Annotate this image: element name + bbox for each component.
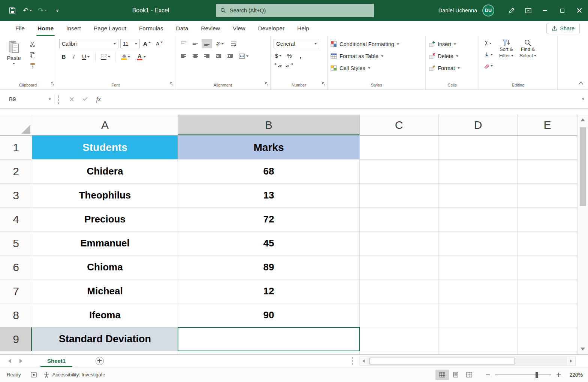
cell-C9[interactable]: [360, 327, 438, 351]
format-as-table-button[interactable]: Format as Table: [331, 51, 422, 61]
expand-formula-bar-button[interactable]: [582, 98, 584, 100]
cell-D7[interactable]: [438, 279, 518, 303]
number-dialog-launcher[interactable]: [322, 81, 326, 87]
cell-styles-button[interactable]: Cell Styles: [331, 63, 422, 73]
zoom-level[interactable]: 220%: [561, 372, 583, 378]
tab-file[interactable]: File: [9, 21, 31, 36]
cell-B2[interactable]: 68: [178, 160, 360, 184]
number-format-combo[interactable]: General: [274, 39, 319, 48]
cell-D6[interactable]: [438, 255, 518, 279]
align-center-button[interactable]: [190, 51, 200, 61]
scroll-left-button[interactable]: [359, 357, 368, 366]
cell-B4[interactable]: 72: [178, 207, 360, 231]
comma-style-button[interactable]: ,: [296, 51, 305, 60]
new-sheet-button[interactable]: [96, 357, 104, 365]
horizontal-scrollbar[interactable]: [359, 357, 576, 366]
increase-font-size-button[interactable]: A: [142, 39, 152, 48]
tab-data[interactable]: Data: [169, 21, 195, 36]
scroll-up-button[interactable]: [578, 115, 588, 125]
cell-D2[interactable]: [438, 160, 518, 184]
cell-E8[interactable]: [518, 303, 577, 327]
cell-C3[interactable]: [360, 184, 438, 207]
middle-align-button[interactable]: [190, 39, 200, 48]
customize-quick-access-button[interactable]: [51, 4, 64, 17]
save-button[interactable]: [6, 4, 19, 17]
search-box[interactable]: [216, 4, 374, 17]
formula-bar-grip[interactable]: [58, 95, 61, 104]
row-header-2[interactable]: 2: [0, 160, 32, 184]
cancel-entry-button[interactable]: [65, 94, 78, 105]
cell-E9[interactable]: [518, 327, 577, 351]
row-header-4[interactable]: 4: [0, 207, 32, 231]
vertical-scroll-thumb[interactable]: [580, 127, 586, 206]
minimize-button[interactable]: [536, 0, 554, 21]
cell-A4[interactable]: Precious: [32, 207, 178, 231]
clear-button[interactable]: [482, 61, 495, 70]
share-button[interactable]: Share: [546, 23, 580, 34]
cell-E7[interactable]: [518, 279, 577, 303]
font-size-combo[interactable]: 11: [120, 39, 140, 48]
cell-A6[interactable]: Chioma: [32, 255, 178, 279]
scroll-right-button[interactable]: [567, 357, 576, 366]
percent-style-button[interactable]: %: [285, 51, 294, 60]
ribbon-display-options-button[interactable]: [520, 0, 536, 21]
cell-D9[interactable]: [438, 327, 518, 351]
scroll-down-button[interactable]: [578, 344, 588, 354]
page-layout-view-button[interactable]: [449, 370, 462, 380]
next-sheet-button[interactable]: [19, 359, 22, 363]
tab-home[interactable]: Home: [31, 21, 60, 36]
autosum-button[interactable]: Σ: [482, 39, 495, 48]
decrease-indent-button[interactable]: [213, 51, 224, 61]
zoom-out-button[interactable]: [486, 375, 490, 375]
copy-button[interactable]: [28, 51, 37, 60]
format-painter-button[interactable]: [28, 61, 37, 70]
paste-button[interactable]: Paste: [3, 39, 25, 77]
font-name-combo[interactable]: Calibri: [59, 39, 118, 48]
row-header-1[interactable]: 1: [0, 136, 32, 160]
cell-C8[interactable]: [360, 303, 438, 327]
format-cells-button[interactable]: Format: [429, 63, 476, 73]
cell-B6[interactable]: 89: [178, 255, 360, 279]
cell-A9[interactable]: Standard Deviation: [32, 327, 178, 351]
zoom-slider[interactable]: [495, 375, 551, 375]
cell-D4[interactable]: [438, 207, 518, 231]
conditional-formatting-button[interactable]: Conditional Formatting: [331, 39, 422, 49]
col-header-D[interactable]: D: [438, 115, 518, 136]
orientation-button[interactable]: ab: [213, 39, 226, 48]
align-right-button[interactable]: [202, 51, 212, 61]
decrease-font-size-button[interactable]: A: [154, 39, 165, 48]
cell-E5[interactable]: [518, 231, 577, 255]
row-header-9[interactable]: 9: [0, 327, 32, 351]
undo-button[interactable]: ↶: [21, 4, 34, 17]
cell-A8[interactable]: Ifeoma: [32, 303, 178, 327]
macro-record-button[interactable]: [31, 372, 37, 378]
increase-indent-button[interactable]: [225, 51, 235, 61]
page-break-view-button[interactable]: [462, 370, 476, 380]
tab-formulas[interactable]: Formulas: [133, 21, 170, 36]
redo-button[interactable]: ↷: [36, 4, 49, 17]
tab-review[interactable]: Review: [195, 21, 226, 36]
cell-D5[interactable]: [438, 231, 518, 255]
cell-A7[interactable]: Micheal: [32, 279, 178, 303]
align-left-button[interactable]: [178, 51, 189, 61]
cell-E1[interactable]: [518, 136, 577, 160]
cut-button[interactable]: [28, 40, 37, 49]
zoom-in-button[interactable]: [557, 373, 561, 377]
insert-cells-button[interactable]: Insert: [429, 39, 476, 49]
cell-A3[interactable]: Theophilus: [32, 184, 178, 207]
cell-B9-selected[interactable]: [178, 327, 360, 351]
tab-insert[interactable]: Insert: [60, 21, 87, 36]
col-header-A[interactable]: A: [32, 115, 178, 136]
close-button[interactable]: [571, 0, 588, 21]
search-input[interactable]: [230, 7, 370, 13]
horizontal-scroll-track[interactable]: [368, 357, 567, 366]
increase-decimal-button[interactable]: [274, 61, 283, 69]
bottom-align-button[interactable]: [202, 39, 212, 48]
tab-help[interactable]: Help: [291, 21, 316, 36]
top-align-button[interactable]: [178, 39, 189, 48]
formula-input[interactable]: [105, 94, 582, 105]
borders-button[interactable]: [99, 52, 112, 61]
cell-B8[interactable]: 90: [178, 303, 360, 327]
delete-cells-button[interactable]: Delete: [429, 51, 476, 61]
underline-button[interactable]: U: [79, 52, 92, 61]
